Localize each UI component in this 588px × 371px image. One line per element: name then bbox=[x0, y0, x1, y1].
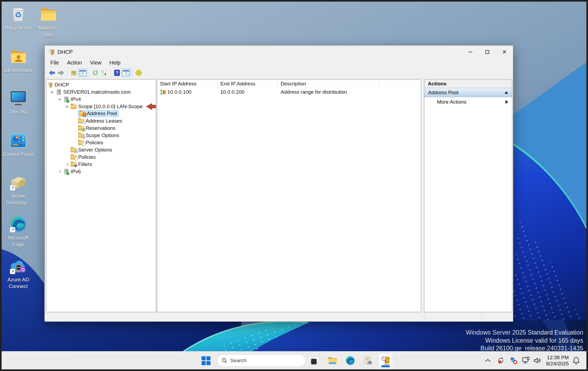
watermark-line: Windows License valid for 165 days bbox=[466, 337, 583, 345]
export-list-button[interactable] bbox=[100, 69, 109, 77]
show-action-pane-toggle[interactable] bbox=[122, 69, 131, 77]
column-header-start-ip[interactable]: Start IP Address bbox=[157, 80, 218, 88]
chevron-right-icon[interactable] bbox=[56, 171, 63, 173]
chevron-right-icon[interactable] bbox=[63, 163, 70, 165]
chevron-down-icon[interactable] bbox=[48, 91, 55, 93]
chevron-up-icon bbox=[485, 359, 491, 362]
window-title: DHCP bbox=[58, 49, 462, 55]
desktop-icon-this-pc[interactable]: This PC bbox=[3, 89, 34, 115]
tree-item-label: DHCP bbox=[55, 82, 69, 88]
sync-icon bbox=[497, 357, 505, 365]
tree-item-reservations[interactable]: Reservations bbox=[46, 124, 156, 132]
tree-item-dhcp-root[interactable]: DHCP bbox=[46, 81, 156, 88]
up-one-level-icon[interactable] bbox=[69, 69, 78, 77]
recycle-bin-icon: ♻ bbox=[9, 5, 27, 23]
chevron-down-icon[interactable] bbox=[63, 105, 70, 108]
tree-item-filters[interactable]: Filters bbox=[46, 161, 156, 168]
forward-button[interactable] bbox=[56, 69, 66, 77]
tree-item-address-pool[interactable]: Address Pool bbox=[46, 110, 156, 117]
desktop-icon-administrator[interactable]: administrator bbox=[3, 48, 34, 74]
desktop-icon-microsoft-edge[interactable]: ↗ Microsoft Edge bbox=[3, 215, 34, 248]
shortcut-arrow-badge: ↗ bbox=[10, 269, 15, 274]
collapse-section-icon[interactable] bbox=[504, 91, 508, 94]
tree-item-label: Server Options bbox=[78, 147, 112, 153]
actions-section-address-pool[interactable]: Address Pool bbox=[424, 88, 512, 97]
desktop-icon-label: Azure AD Connect bbox=[7, 276, 29, 290]
edge-taskbar-button[interactable] bbox=[343, 353, 358, 368]
tree-item-server-policies[interactable]: Policies bbox=[46, 153, 156, 161]
desktop-icon-control-panel[interactable]: Control Panel bbox=[3, 132, 34, 158]
minimize-button[interactable] bbox=[462, 46, 479, 58]
dhcp-app-icon bbox=[380, 355, 391, 366]
tree-item-label: IPv6 bbox=[71, 169, 81, 175]
help-button[interactable]: ? bbox=[112, 69, 122, 77]
tree-item-server01[interactable]: SERVER01.malcolmsoto.com bbox=[46, 88, 156, 96]
server-check-icon: ✓ bbox=[63, 169, 69, 174]
list-row-address-range[interactable]: 10.0.0.100 10.0.0.200 Address range for … bbox=[157, 88, 421, 96]
user-folder-icon bbox=[9, 48, 27, 65]
tree-item-address-leases[interactable]: Address Leases bbox=[46, 117, 156, 124]
taskbar: Search bbox=[2, 351, 586, 369]
windows-watermark: Windows Server 2025 Standard Evaluation … bbox=[466, 329, 583, 353]
tray-sync-status[interactable] bbox=[495, 351, 507, 370]
svg-text:?: ? bbox=[116, 70, 118, 75]
menu-help[interactable]: Help bbox=[105, 59, 125, 66]
tray-chevron-up[interactable] bbox=[483, 351, 493, 370]
desktop-icon-azure-ad-connect[interactable]: ↗ Azure AD Connect bbox=[3, 257, 34, 290]
tree-item-label: IPv4 bbox=[71, 96, 81, 102]
maximize-button[interactable] bbox=[479, 46, 496, 58]
filters-folder-icon bbox=[70, 162, 77, 167]
back-button[interactable] bbox=[47, 69, 56, 77]
dhcp-taskbar-button[interactable] bbox=[378, 353, 393, 368]
more-actions-item[interactable]: More Actions bbox=[424, 97, 512, 107]
column-header-description[interactable]: Description bbox=[278, 80, 379, 88]
search-input[interactable]: Search bbox=[217, 354, 306, 367]
show-console-tree-toggle[interactable] bbox=[78, 69, 87, 77]
window-titlebar[interactable]: DHCP × bbox=[45, 46, 513, 58]
desktop-icon-recycle-bin[interactable]: ♻ Recycle Bin bbox=[3, 5, 34, 31]
chevron-down-icon[interactable] bbox=[56, 98, 63, 100]
start-button[interactable] bbox=[198, 353, 213, 368]
menu-action[interactable]: Action bbox=[63, 59, 86, 66]
refresh-button[interactable] bbox=[91, 69, 100, 77]
results-list-pane: Start IP Address End IP Address Descript… bbox=[157, 80, 421, 312]
server-manager-button[interactable] bbox=[360, 353, 375, 368]
menu-view[interactable]: View bbox=[86, 59, 105, 66]
tree-item-server-options[interactable]: Server Options bbox=[46, 146, 156, 153]
desktop-icon-active-directory[interactable]: ↗ Active Directory... bbox=[3, 173, 34, 206]
dhcp-app-icon bbox=[48, 49, 55, 55]
tray-notifications[interactable] bbox=[570, 351, 583, 370]
tree-item-scope-policies[interactable]: Policies bbox=[46, 139, 156, 146]
menu-file[interactable]: File bbox=[46, 59, 63, 66]
watermark-line: Windows Server 2025 Standard Evaluation bbox=[466, 329, 583, 337]
shortcut-arrow-badge: ↗ bbox=[10, 227, 15, 232]
more-actions-label: More Actions bbox=[437, 99, 466, 105]
task-view-button[interactable] bbox=[307, 353, 322, 368]
desktop-icon-malcolm-soto[interactable]: Malcolm Soto bbox=[33, 5, 64, 38]
tray-volume[interactable] bbox=[532, 351, 543, 370]
folder-icon bbox=[39, 5, 57, 23]
toolbar: ? bbox=[45, 67, 513, 78]
taskbar-clock[interactable]: 12:38 PM 8/24/2025 bbox=[546, 351, 569, 370]
tree-item-scope-options[interactable]: Scope Options bbox=[46, 132, 156, 139]
column-header-end-ip[interactable]: End IP Address bbox=[218, 80, 278, 88]
new-item-burst-icon[interactable] bbox=[134, 69, 143, 77]
tree-item-scope[interactable]: Scope [10.0.0.0] LAN-Scope bbox=[46, 103, 156, 110]
close-button[interactable]: × bbox=[496, 46, 513, 58]
tree-item-ipv6[interactable]: ✓ IPv6 bbox=[46, 168, 156, 175]
file-explorer-button[interactable] bbox=[325, 353, 340, 368]
actions-pane: Actions Address Pool More Actions bbox=[424, 80, 512, 312]
tray-network[interactable] bbox=[520, 351, 532, 370]
network-icon bbox=[522, 357, 530, 364]
cell-start-ip: 10.0.0.100 bbox=[167, 89, 191, 95]
submenu-arrow-icon bbox=[506, 100, 508, 104]
folder-icon bbox=[70, 104, 77, 109]
monitor-icon bbox=[9, 89, 27, 107]
scope-options-folder-icon bbox=[78, 133, 84, 138]
tree-item-ipv4[interactable]: ✓ IPv4 bbox=[46, 96, 156, 103]
desktop-icon-label: Malcolm Soto bbox=[39, 25, 58, 38]
tray-aad-connect[interactable] bbox=[508, 351, 519, 370]
desktop-screen: ♻ Recycle Bin Malcolm Soto administrator bbox=[0, 0, 588, 371]
tree-item-label: Address Leases bbox=[86, 118, 122, 124]
desktop-icon-label: Recycle Bin bbox=[5, 25, 32, 31]
